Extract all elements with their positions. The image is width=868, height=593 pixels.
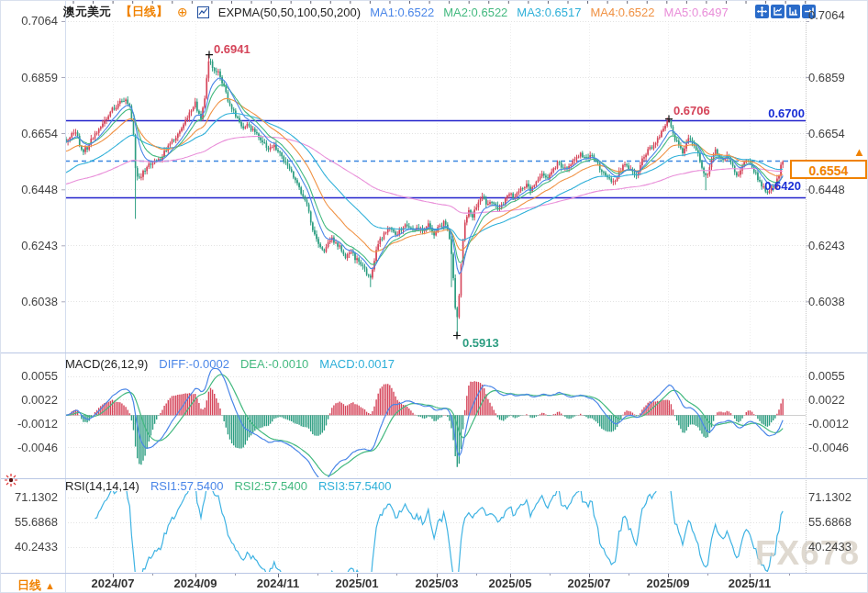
x-axis-tick-label: 2025/03 (416, 576, 459, 590)
y-axis-label: -0.0046 (1, 441, 58, 454)
axis-settings-button[interactable] (771, 5, 785, 18)
x-axis-tick-label: 2025/01 (336, 576, 379, 590)
indicator-settings-icon[interactable] (5, 474, 17, 490)
y-axis-label: 0.6243 (1, 239, 58, 252)
x-axis-tick-label: 2025/05 (489, 576, 532, 590)
macd-header: MACD(26,12,9) DIFF:-0.0002 DEA:-0.0010 M… (65, 357, 395, 371)
ma1-value: MA1:0.6522 (370, 6, 434, 19)
y-axis-label: 0.6859 (1, 71, 58, 84)
ma2-value: MA2:0.6522 (443, 6, 507, 19)
ma4-value: MA4:0.6522 (590, 6, 654, 19)
y-axis-label: 0.6243 (808, 239, 845, 252)
y-axis-label: 0.0022 (808, 393, 845, 407)
y-axis-label: -0.0046 (808, 441, 849, 454)
x-axis-tick-label: 2024/07 (92, 576, 135, 590)
y-axis-label: 0.7064 (808, 8, 845, 22)
rsi2-value: RSI2:57.5400 (234, 479, 307, 493)
macd-dea-value: DEA:-0.0010 (240, 357, 308, 371)
chart-header: 澳元美元 【日线】 ⊕ EXPMA(50,50,100,50,200) MA1:… (63, 4, 729, 20)
axis-frame-icon (773, 6, 783, 17)
macd-diff-value: DIFF:-0.0002 (159, 357, 229, 371)
pan-tool-button[interactable] (755, 5, 769, 18)
y-axis-label: -0.0012 (808, 417, 849, 431)
chart-app: FX678 澳元美元 【日线】 ⊕ EXPMA(50,50,100,50,200… (0, 0, 868, 593)
macd-value: MACD:0.0017 (319, 357, 395, 371)
pan-icon (757, 6, 767, 17)
axis-left-border (65, 1, 66, 593)
y-axis-label: 55.6868 (1, 515, 58, 529)
y-axis-label: 0.6654 (1, 127, 58, 140)
high-annotation: 0.6941 (214, 42, 250, 56)
y-axis-label: 55.6868 (808, 515, 851, 529)
period-selector[interactable]: 【日线】 (120, 4, 168, 20)
ma3-value: MA3:0.6517 (517, 6, 581, 19)
y-axis-label: 40.2433 (1, 540, 58, 554)
high-annotation: 0.6706 (673, 104, 710, 117)
y-axis-label: 71.1302 (808, 490, 851, 504)
macd-title: MACD(26,12,9) (65, 357, 148, 371)
y-axis-label: 40.2433 (808, 540, 851, 554)
rsi3-value: RSI3:57.5400 (318, 479, 392, 493)
support-level-label: 0.6420 (746, 179, 801, 193)
y-axis-label: 71.1302 (1, 490, 58, 504)
y-axis-label: 0.7064 (1, 14, 58, 28)
y-axis-label: 0.6448 (808, 183, 845, 196)
main-macd-separator (1, 352, 868, 353)
y-axis-label: 0.0055 (808, 369, 845, 383)
timeframe-selector[interactable]: 日线 ▲ (17, 577, 55, 593)
add-indicator-icon[interactable]: ⊕ (177, 6, 188, 18)
plot-right-border (806, 1, 807, 573)
resistance-level-label: 0.6700 (750, 106, 805, 120)
low-annotation: 0.5913 (462, 336, 499, 350)
y-axis-label: 0.6859 (808, 71, 845, 84)
y-axis-label: 0.6654 (808, 127, 845, 140)
candlestick-mini-icon (197, 6, 209, 18)
timeframe-up-arrow-icon: ▲ (45, 580, 55, 591)
xaxis-separator (1, 573, 868, 574)
y-axis-label: 0.6038 (808, 295, 845, 308)
y-axis-label: 0.6038 (1, 295, 58, 308)
x-axis-tick-label: 2025/11 (729, 576, 771, 590)
ma5-value: MA5:0.6497 (664, 6, 729, 19)
rsi1-value: RSI1:57.5400 (150, 479, 224, 493)
y-axis-label: 0.0055 (1, 369, 58, 383)
instrument-title: 澳元美元 (63, 4, 111, 20)
y-axis-label: 0.0022 (1, 393, 58, 407)
x-axis-tick-label: 2025/09 (647, 576, 690, 590)
timeframe-label: 日线 (17, 577, 41, 593)
price-up-arrow-icon: ▲ (853, 145, 865, 159)
x-axis-tick-label: 2024/09 (174, 576, 217, 590)
y-axis-label: -0.0012 (1, 417, 58, 431)
indicator-name: EXPMA(50,50,100,50,200) (218, 6, 361, 19)
bar-scale-icon (788, 6, 798, 17)
y-axis-label: 0.6448 (1, 183, 58, 196)
rsi-header: RSI(14,14,14) RSI1:57.5400 RSI2:57.5400 … (65, 479, 391, 493)
price-chart-canvas[interactable] (1, 1, 868, 593)
chart-toolbar (755, 5, 816, 18)
scale-settings-button[interactable] (786, 5, 800, 18)
x-axis-tick-label: 2024/11 (257, 576, 299, 590)
current-price-badge: 0.6554 (790, 160, 867, 179)
rsi-title: RSI(14,14,14) (65, 479, 139, 493)
x-axis-tick-label: 2025/07 (568, 576, 611, 590)
